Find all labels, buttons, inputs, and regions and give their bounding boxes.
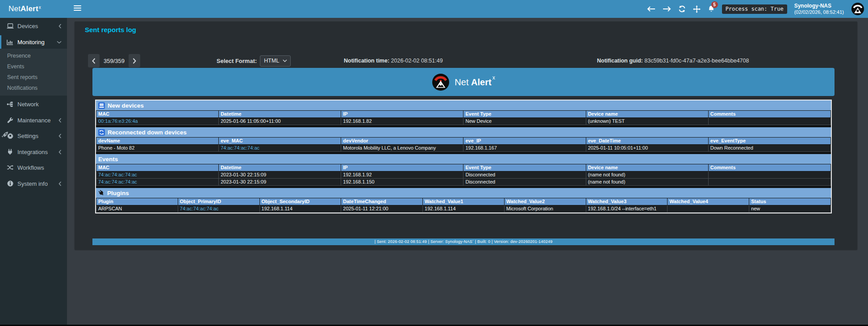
content-panel: Sent reports log 359/359 Select Format: … [75, 21, 857, 250]
sidebar: NetAlertx Devices Monitoring Presence Ev… [0, 0, 67, 325]
notification-guid: Notification guid: 83c59b31-fd0c-47a7-a2… [597, 58, 749, 64]
mac-link[interactable]: 74:ac:74:ac:74:ac [98, 172, 137, 177]
new-devices-table: MAC Datetime IP Event Type Device name C… [96, 110, 831, 125]
mac-link[interactable]: 74:ac:74:ac:74:ac [98, 179, 137, 184]
report-brand: Net Alertx [455, 77, 495, 88]
hamburger-menu-icon[interactable] [74, 5, 81, 12]
sidebar-subitem-presence[interactable]: Presence [0, 50, 67, 61]
next-report-button[interactable] [129, 54, 140, 67]
sidebar-item-devices[interactable]: Devices [0, 19, 67, 33]
app-logo[interactable]: NetAlertx [0, 0, 67, 18]
nav-forward-button[interactable] [663, 6, 671, 12]
notification-count-badge: 5 [711, 1, 718, 8]
laptop-icon [6, 23, 14, 29]
mac-link[interactable]: 74:ac:74:ac:74:ac [180, 206, 219, 211]
nav-back-button[interactable] [647, 6, 655, 12]
sidebar-subitem-notifications[interactable]: Notifications [0, 83, 67, 93]
table-row: 00:1a:76:e3:26:4a 2025-01-06 11:05:00+11… [96, 118, 831, 125]
plug-emoji-icon [98, 190, 104, 196]
top-navbar: 5 Process scan: True Synology-NAS (02/02… [67, 0, 868, 18]
table-row: 74:ac:74:ac:74:ac 2023-01-30 22:15:09 19… [96, 171, 831, 179]
wrench-icon [6, 117, 14, 124]
server-name: Synology-NAS [794, 3, 844, 9]
logo-text-net: Net [8, 4, 21, 13]
chevron-left-icon [58, 150, 62, 155]
section-header-new-devices: New devices [96, 100, 831, 110]
sidebar-item-label: Settings [17, 133, 38, 139]
sidebar-item-label: Network [17, 101, 39, 108]
avatar[interactable] [851, 2, 864, 16]
laptop-emoji-icon [98, 102, 105, 109]
notification-time-value: 2026-02-02 08:51:49 [391, 58, 443, 64]
sidebar-item-settings[interactable]: Settings [0, 129, 67, 142]
page-title: Sent reports log [85, 26, 136, 33]
report-footer: | Sent: 2026-02-02 08:51:49 | Server: Sy… [92, 238, 835, 245]
sidebar-item-workflows[interactable]: Workflows [0, 161, 67, 174]
network-icon [6, 101, 14, 108]
server-info: Synology-NAS (02/02/2026, 08:52:41) [794, 3, 844, 16]
server-time: (02/02/2026, 08:52:41) [794, 9, 844, 16]
section-header-events: Events [96, 154, 831, 164]
sidebar-item-label: Workflows [17, 164, 44, 171]
events-table: MAC Datetime IP Event Type Device name C… [96, 164, 831, 186]
info-icon [6, 180, 14, 187]
mac-link[interactable]: 00:1a:76:e3:26:4a [98, 118, 138, 124]
refresh-icon[interactable] [678, 5, 686, 13]
sidebar-item-label: Maintenance [17, 117, 50, 124]
notification-guid-value: 83c59b31-fd0c-47a7-a2e3-bee64bbe4708 [644, 58, 749, 64]
sidebar-subitem-events[interactable]: Events [0, 61, 67, 72]
sidebar-item-maintenance[interactable]: Maintenance [0, 113, 67, 127]
sidebar-item-monitoring[interactable]: Monitoring [0, 35, 67, 49]
table-row: Phone - Moto 82 74:ac:74:ac:74:ac Motoro… [96, 145, 831, 152]
chevron-left-icon [58, 134, 62, 138]
notification-time: Notification time: 2026-02-02 08:51:49 [344, 58, 443, 64]
format-selector: Select Format: HTML [217, 55, 291, 67]
process-scan-status: Process scan: True [722, 4, 787, 14]
plug-icon [6, 149, 14, 155]
reconnected-table: devName eve_MAC devVendor eve_IP eve_Dat… [96, 137, 831, 152]
chevron-left-icon [58, 118, 62, 123]
sidebar-item-label: Devices [17, 23, 38, 29]
chevron-left-icon [58, 24, 62, 29]
chevron-left-icon [58, 181, 62, 186]
sidebar-item-label: Monitoring [17, 39, 45, 46]
notification-time-label: Notification time: [344, 58, 389, 64]
report-header-band: Net Alertx [92, 68, 835, 96]
format-label: Select Format: [217, 58, 257, 64]
sidebar-subitem-sent-reports[interactable]: Sent reports [0, 72, 67, 83]
report-pager: 359/359 [88, 54, 140, 67]
pager-count: 359/359 [104, 58, 125, 64]
logo-sup: x [39, 5, 41, 10]
monitoring-submenu: Presence Events Sent reports Notificatio… [0, 49, 67, 96]
shuffle-icon [6, 164, 14, 171]
sidebar-item-integrations[interactable]: Integrations [0, 145, 67, 159]
format-value: HTML [264, 58, 279, 64]
report-tables: New devices MAC Datetime IP Event Type D… [95, 100, 832, 213]
sidebar-item-label: System info [17, 180, 48, 187]
logo-text-alert: Alert [21, 4, 38, 13]
notifications-bell[interactable]: 5 [708, 5, 715, 13]
sidebar-item-network[interactable]: Network [0, 97, 67, 111]
refresh-emoji-icon [98, 129, 105, 136]
netalertx-logo-icon [432, 73, 450, 91]
monitoring-chart-icon [6, 39, 14, 46]
rocket-icon[interactable] [0, 130, 9, 139]
chevron-down-icon [283, 59, 287, 62]
table-row: ARPSCAN 74:ac:74:ac:74:ac 192.168.1.114 … [96, 205, 831, 213]
section-header-plugins: Plugins [96, 188, 831, 198]
sidebar-item-label: Integrations [17, 149, 48, 155]
prev-report-button[interactable] [88, 54, 100, 67]
format-select[interactable]: HTML [260, 55, 291, 67]
notification-guid-label: Notification guid: [597, 58, 643, 64]
plugins-table: Plugin Object_PrimaryID Object_Secondary… [96, 198, 831, 213]
section-header-reconnected: Reconnected down devices [96, 127, 831, 137]
table-row: 74:ac:74:ac:74:ac 2023-01-30 22:15:09 19… [96, 179, 831, 186]
sidebar-item-system-info[interactable]: System info [0, 177, 67, 190]
mac-link[interactable]: 74:ac:74:ac:74:ac [221, 145, 259, 150]
chevron-down-icon [57, 41, 62, 44]
move-icon[interactable] [693, 5, 701, 13]
